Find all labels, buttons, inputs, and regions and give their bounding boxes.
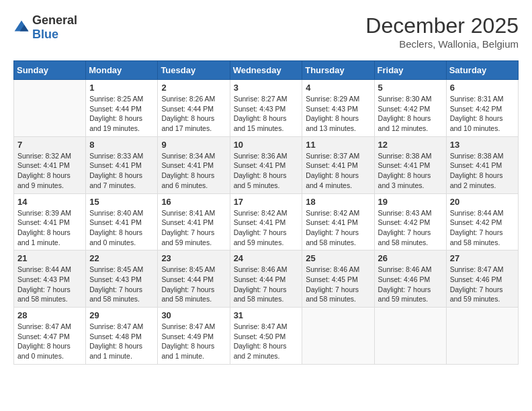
calendar-cell: 29Sunrise: 8:47 AM Sunset: 4:48 PM Dayli… [86, 308, 158, 365]
calendar-cell [374, 308, 446, 365]
cell-content: Sunrise: 8:45 AM Sunset: 4:43 PM Dayligh… [89, 265, 154, 304]
calendar-cell: 17Sunrise: 8:42 AM Sunset: 4:41 PM Dayli… [230, 193, 302, 250]
calendar-cell: 7Sunrise: 8:32 AM Sunset: 4:41 PM Daylig… [14, 136, 86, 193]
day-number: 20 [450, 197, 515, 207]
calendar-cell: 16Sunrise: 8:41 AM Sunset: 4:41 PM Dayli… [158, 193, 230, 250]
cell-content: Sunrise: 8:46 AM Sunset: 4:44 PM Dayligh… [234, 265, 299, 304]
logo-icon [13, 19, 30, 36]
calendar-cell: 5Sunrise: 8:30 AM Sunset: 4:42 PM Daylig… [374, 80, 446, 137]
day-number: 31 [234, 310, 299, 320]
calendar-cell: 9Sunrise: 8:34 AM Sunset: 4:41 PM Daylig… [158, 136, 230, 193]
day-number: 1 [89, 83, 154, 93]
cell-content: Sunrise: 8:32 AM Sunset: 4:41 PM Dayligh… [17, 151, 82, 191]
cell-content: Sunrise: 8:47 AM Sunset: 4:50 PM Dayligh… [234, 322, 299, 361]
cell-content: Sunrise: 8:47 AM Sunset: 4:47 PM Dayligh… [17, 322, 82, 361]
calendar-week-row: 7Sunrise: 8:32 AM Sunset: 4:41 PM Daylig… [14, 136, 519, 193]
calendar-cell: 26Sunrise: 8:46 AM Sunset: 4:46 PM Dayli… [374, 250, 446, 308]
calendar-cell: 11Sunrise: 8:37 AM Sunset: 4:41 PM Dayli… [302, 136, 374, 193]
calendar-cell: 14Sunrise: 8:39 AM Sunset: 4:41 PM Dayli… [14, 193, 86, 250]
day-number: 3 [234, 83, 299, 93]
day-number: 6 [450, 83, 515, 93]
calendar-cell: 18Sunrise: 8:42 AM Sunset: 4:41 PM Dayli… [302, 193, 374, 250]
cell-content: Sunrise: 8:37 AM Sunset: 4:41 PM Dayligh… [306, 151, 370, 191]
calendar-cell: 24Sunrise: 8:46 AM Sunset: 4:44 PM Dayli… [230, 250, 302, 308]
cell-content: Sunrise: 8:47 AM Sunset: 4:48 PM Dayligh… [89, 322, 154, 361]
weekday-header: Friday [374, 61, 446, 80]
weekday-header: Wednesday [230, 61, 302, 80]
calendar-week-row: 21Sunrise: 8:44 AM Sunset: 4:43 PM Dayli… [14, 250, 519, 308]
day-number: 27 [450, 253, 515, 263]
calendar-cell: 30Sunrise: 8:47 AM Sunset: 4:49 PM Dayli… [158, 308, 230, 365]
cell-content: Sunrise: 8:25 AM Sunset: 4:44 PM Dayligh… [89, 94, 154, 134]
calendar-cell: 13Sunrise: 8:38 AM Sunset: 4:41 PM Dayli… [446, 136, 518, 193]
calendar-cell: 27Sunrise: 8:47 AM Sunset: 4:46 PM Dayli… [446, 250, 518, 308]
day-number: 5 [378, 83, 443, 93]
day-number: 21 [17, 253, 82, 263]
day-number: 9 [161, 140, 226, 150]
logo-general-text: General [32, 13, 77, 27]
logo-blue-text: Blue [32, 28, 58, 41]
cell-content: Sunrise: 8:39 AM Sunset: 4:41 PM Dayligh… [17, 208, 82, 248]
cell-content: Sunrise: 8:41 AM Sunset: 4:41 PM Dayligh… [161, 208, 226, 248]
day-number: 23 [161, 253, 226, 263]
cell-content: Sunrise: 8:34 AM Sunset: 4:41 PM Dayligh… [161, 151, 226, 191]
calendar-cell [446, 308, 518, 365]
day-number: 2 [161, 83, 226, 93]
cell-content: Sunrise: 8:27 AM Sunset: 4:43 PM Dayligh… [234, 94, 299, 134]
cell-content: Sunrise: 8:47 AM Sunset: 4:46 PM Dayligh… [450, 265, 515, 304]
calendar-header-row: SundayMondayTuesdayWednesdayThursdayFrid… [14, 61, 519, 80]
cell-content: Sunrise: 8:47 AM Sunset: 4:49 PM Dayligh… [161, 322, 226, 361]
calendar-cell: 28Sunrise: 8:47 AM Sunset: 4:47 PM Dayli… [14, 308, 86, 365]
day-number: 17 [234, 197, 299, 207]
cell-content: Sunrise: 8:31 AM Sunset: 4:42 PM Dayligh… [450, 94, 515, 134]
day-number: 24 [234, 253, 299, 263]
calendar-cell: 10Sunrise: 8:36 AM Sunset: 4:41 PM Dayli… [230, 136, 302, 193]
day-number: 25 [306, 253, 370, 263]
cell-content: Sunrise: 8:30 AM Sunset: 4:42 PM Dayligh… [378, 94, 443, 134]
calendar-cell: 12Sunrise: 8:38 AM Sunset: 4:41 PM Dayli… [374, 136, 446, 193]
day-number: 22 [89, 253, 154, 263]
calendar-week-row: 1Sunrise: 8:25 AM Sunset: 4:44 PM Daylig… [14, 80, 519, 137]
day-number: 4 [306, 83, 370, 93]
day-number: 10 [234, 140, 299, 150]
day-number: 14 [17, 197, 82, 207]
cell-content: Sunrise: 8:40 AM Sunset: 4:41 PM Dayligh… [89, 208, 154, 248]
calendar-cell: 21Sunrise: 8:44 AM Sunset: 4:43 PM Dayli… [14, 250, 86, 308]
calendar-cell: 31Sunrise: 8:47 AM Sunset: 4:50 PM Dayli… [230, 308, 302, 365]
cell-content: Sunrise: 8:46 AM Sunset: 4:45 PM Dayligh… [306, 265, 370, 304]
calendar-cell: 1Sunrise: 8:25 AM Sunset: 4:44 PM Daylig… [86, 80, 158, 137]
calendar-cell: 19Sunrise: 8:43 AM Sunset: 4:42 PM Dayli… [374, 193, 446, 250]
calendar-table: SundayMondayTuesdayWednesdayThursdayFrid… [13, 60, 519, 365]
title-area: December 2025 Beclers, Wallonia, Belgium [365, 13, 519, 50]
day-number: 15 [89, 197, 154, 207]
calendar-cell: 23Sunrise: 8:45 AM Sunset: 4:44 PM Dayli… [158, 250, 230, 308]
cell-content: Sunrise: 8:26 AM Sunset: 4:44 PM Dayligh… [161, 94, 226, 134]
cell-content: Sunrise: 8:42 AM Sunset: 4:41 PM Dayligh… [306, 208, 370, 248]
weekday-header: Thursday [302, 61, 374, 80]
weekday-header: Monday [86, 61, 158, 80]
calendar-cell [14, 80, 86, 137]
cell-content: Sunrise: 8:44 AM Sunset: 4:42 PM Dayligh… [450, 208, 515, 248]
weekday-header: Tuesday [158, 61, 230, 80]
day-number: 7 [17, 140, 82, 150]
page-header: General Blue December 2025 Beclers, Wall… [13, 13, 519, 50]
calendar-cell: 20Sunrise: 8:44 AM Sunset: 4:42 PM Dayli… [446, 193, 518, 250]
day-number: 11 [306, 140, 370, 150]
day-number: 16 [161, 197, 226, 207]
calendar-cell: 4Sunrise: 8:29 AM Sunset: 4:43 PM Daylig… [302, 80, 374, 137]
day-number: 30 [161, 310, 226, 320]
day-number: 8 [89, 140, 154, 150]
calendar-cell: 8Sunrise: 8:33 AM Sunset: 4:41 PM Daylig… [86, 136, 158, 193]
cell-content: Sunrise: 8:42 AM Sunset: 4:41 PM Dayligh… [234, 208, 299, 248]
calendar-cell: 6Sunrise: 8:31 AM Sunset: 4:42 PM Daylig… [446, 80, 518, 137]
location-subtitle: Beclers, Wallonia, Belgium [365, 38, 519, 50]
cell-content: Sunrise: 8:33 AM Sunset: 4:41 PM Dayligh… [89, 151, 154, 191]
day-number: 12 [378, 140, 443, 150]
calendar-week-row: 14Sunrise: 8:39 AM Sunset: 4:41 PM Dayli… [14, 193, 519, 250]
day-number: 18 [306, 197, 370, 207]
calendar-cell: 15Sunrise: 8:40 AM Sunset: 4:41 PM Dayli… [86, 193, 158, 250]
cell-content: Sunrise: 8:36 AM Sunset: 4:41 PM Dayligh… [234, 151, 299, 191]
cell-content: Sunrise: 8:38 AM Sunset: 4:41 PM Dayligh… [450, 151, 515, 191]
day-number: 29 [89, 310, 154, 320]
day-number: 13 [450, 140, 515, 150]
